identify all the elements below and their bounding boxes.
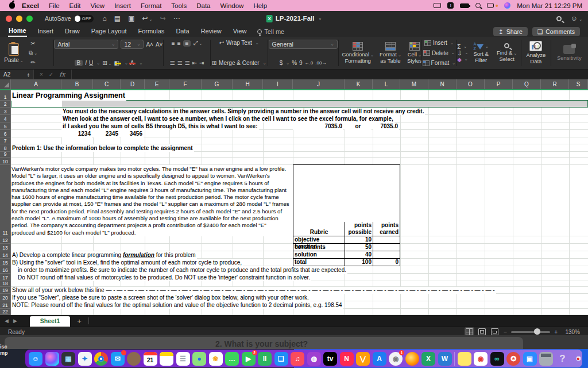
tab-review[interactable]: Review [200, 26, 222, 36]
conditional-formatting-button[interactable]: Conditional⌄Formatting [339, 42, 376, 64]
cell-a16[interactable]: in order to maximize profits. Be sure to… [11, 266, 347, 274]
document-title[interactable]: X LP-2021-Fall ⌄ [266, 15, 322, 22]
dock-icon-red-swirl-app[interactable]: ✪ [506, 352, 520, 366]
merge-center-button[interactable]: ⊞Merge & Center⌄ [212, 60, 266, 66]
font-name-select[interactable]: Arial⌄ [54, 40, 118, 49]
column-header-D[interactable]: D [121, 79, 145, 89]
column-header-A[interactable]: A [11, 79, 61, 89]
decrease-indent-icon[interactable]: ⇤ [192, 60, 197, 66]
dock-icon-minimized-window-thumbnail[interactable] [539, 352, 553, 366]
column-header-R[interactable]: R [541, 79, 569, 89]
dock-icon-app-store[interactable]: A [373, 352, 386, 366]
bold-button[interactable]: B [75, 60, 83, 66]
dock-icon-firefox[interactable] [405, 352, 419, 366]
increase-decimal-icon[interactable]: ←.0 [305, 60, 314, 66]
column-header-O[interactable]: O [457, 79, 485, 89]
cell-b4[interactable]: When look at the answer cell, I want to … [61, 115, 394, 122]
dock-icon-messages[interactable]: … [225, 352, 239, 366]
more-commands-icon[interactable]: ⋯ [173, 14, 180, 22]
column-header-F[interactable]: F [169, 79, 202, 89]
format-painter-icon[interactable]: ✏ [29, 59, 37, 66]
column-header-E[interactable]: E [145, 79, 169, 89]
row-header-9[interactable]: 9 [0, 152, 11, 158]
row-header-2[interactable]: 2 [0, 101, 11, 108]
background-window[interactable]: 2. What is your subject? [5, 337, 523, 349]
zoom-window-button[interactable] [26, 16, 33, 22]
name-box[interactable]: A2▲▼ [0, 70, 33, 79]
row-header-3[interactable]: 3 [0, 108, 11, 115]
wrap-text-button[interactable]: ↩Wrap Text⌄ [219, 40, 259, 46]
sensitivity-button[interactable]: Sensitivity [554, 45, 585, 62]
align-bottom-icon[interactable]: ≡ [183, 40, 191, 47]
menubar-clock[interactable]: Mon Mar 21 12:29 PM [517, 2, 582, 9]
column-header-G[interactable]: G [202, 79, 233, 89]
rubric-table[interactable]: points points Rubric possible earned obj… [293, 164, 400, 266]
dock-icon-word[interactable]: W [438, 352, 452, 366]
italic-button[interactable]: I [85, 60, 87, 66]
search-icon[interactable] [556, 16, 562, 21]
autosum-icon[interactable]: Σ [457, 44, 461, 50]
menu-view[interactable]: View [90, 2, 105, 9]
dock-icon-stickies[interactable] [458, 352, 471, 366]
dock-icon-notes[interactable] [160, 352, 173, 366]
increase-font-icon[interactable]: A˄ [146, 41, 153, 48]
autosave-control[interactable]: AutoSave OFF [45, 15, 94, 22]
dock-icon-photos[interactable]: ❀ [209, 352, 223, 366]
cell-a19[interactable]: Show all of your work below this line — … [11, 287, 496, 294]
undo-icon[interactable]: ↩⌄ [142, 14, 152, 22]
tab-home[interactable]: Home [8, 26, 27, 37]
dock-icon-fingerprint-app[interactable]: ◉1 [389, 352, 403, 366]
row-header-18[interactable]: 18 [0, 281, 11, 287]
cell-b5[interactable]: if I asked you the sum of cells B5 throu… [61, 122, 259, 130]
align-left-icon[interactable]: ☰ [170, 60, 175, 66]
page-break-view-button[interactable] [491, 328, 498, 335]
normal-view-button[interactable] [466, 328, 473, 335]
cell-a1-title[interactable]: Linear Programming Assignment [11, 90, 126, 101]
screen-mirroring-icon[interactable] [434, 3, 441, 8]
cell-a8[interactable]: Problem 1: Use the information below to … [11, 144, 194, 152]
column-header-J[interactable]: J [293, 79, 345, 89]
dock-icon-reminders[interactable]: ☰ [176, 352, 190, 366]
dock-icon-podcasts[interactable]: ◍ [307, 352, 321, 366]
battery-icon[interactable] [460, 3, 469, 8]
dock-icon-chrome[interactable] [94, 352, 108, 366]
rubric-row-solution[interactable]: solution 40 [293, 251, 400, 258]
dock-icon-safari[interactable]: ✦ [78, 352, 92, 366]
close-window-button[interactable] [6, 16, 12, 22]
redo-icon[interactable]: ↪ [160, 14, 165, 22]
account-icon[interactable]: ☺⌄ [571, 14, 582, 22]
dock-minimized-item-1[interactable] [577, 356, 581, 361]
active-cell-a2[interactable] [11, 101, 62, 107]
align-right-icon[interactable]: ☰ [185, 60, 190, 66]
row-header-7[interactable]: 7 [0, 137, 11, 144]
column-header-P[interactable]: P [485, 79, 513, 89]
cell-a11-paragraph[interactable]: VanWerken's motor cycle company makes tw… [11, 165, 292, 236]
row-header-15[interactable]: 15 [0, 259, 11, 266]
dock-icon-missing-app[interactable]: ? [556, 352, 570, 366]
currency-icon[interactable]: $ [280, 60, 283, 66]
column-header-Q[interactable]: Q [513, 79, 541, 89]
dock-icon-news[interactable]: N [340, 352, 354, 366]
cell-c6[interactable]: 2345 [93, 130, 119, 137]
row-header-14[interactable]: 14 [0, 251, 11, 259]
row-header-10[interactable]: 10 [0, 158, 11, 165]
dock-icon-red-face-app[interactable]: ◉ [474, 352, 488, 366]
format-cells-button[interactable]: Format⌄ [423, 60, 456, 66]
tab-formulas[interactable]: Formulas [138, 26, 165, 36]
row-header-21[interactable]: 21 [0, 301, 11, 309]
menu-help[interactable]: Help [253, 2, 267, 9]
row-header-6[interactable]: 6 [0, 130, 11, 137]
font-size-select[interactable]: 12⌄ [121, 40, 144, 49]
notification-icon[interactable]: ! [447, 2, 454, 9]
row-header-5[interactable]: 5 [0, 122, 11, 130]
autosave-toggle[interactable]: OFF [74, 15, 94, 22]
dock-icon-keynote[interactable]: ❑ [274, 352, 288, 366]
zoom-value[interactable]: 130% [563, 329, 580, 335]
dock-icon-zoom[interactable]: ▣ [523, 352, 537, 366]
name-box-spinner[interactable]: ▲▼ [27, 72, 30, 77]
number-format-select[interactable]: General⌄ [269, 40, 338, 49]
cell-a17[interactable]: Do NOT round off final values of motorcy… [11, 274, 311, 281]
tab-insert[interactable]: Insert [37, 26, 55, 36]
home-icon[interactable]: ⌂ [103, 14, 107, 22]
menu-tools[interactable]: Tools [171, 2, 187, 9]
